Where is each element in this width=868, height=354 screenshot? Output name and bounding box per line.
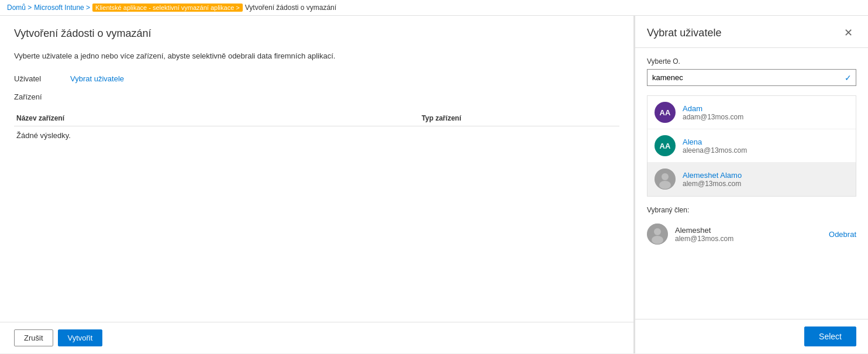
avatar xyxy=(655,169,676,190)
table-header: Název zařízení Typ zařízení xyxy=(14,111,619,126)
user-name: Alemeshet Alamo xyxy=(683,171,742,180)
right-panel: Vybrat uživatele ✕ Vyberte O. ✓ AA Adam … xyxy=(634,16,868,353)
svg-point-4 xyxy=(654,228,661,235)
user-label: Uživatel xyxy=(14,74,61,83)
breadcrumb-intune[interactable]: Microsoft Intune > xyxy=(34,4,90,12)
col-device-type: Typ zařízení xyxy=(422,114,619,122)
page-title: Vytvoření žádosti o vymazání xyxy=(14,28,619,40)
selected-label: Vybraný člen: xyxy=(647,206,856,214)
panel-content: Vyberte O. ✓ AA Adam adam@13mos.com xyxy=(635,48,868,319)
breadcrumb-apps-tag[interactable]: Klientské aplikace - selektivní vymazání… xyxy=(92,4,243,12)
col-device-name: Název zařízení xyxy=(14,114,412,122)
user-info: Adam adam@13mos.com xyxy=(683,104,743,121)
remove-link[interactable]: Odebrat xyxy=(829,230,856,239)
panel-title: Vybrat uživatele xyxy=(647,27,721,39)
search-label: Vyberte O. xyxy=(647,57,856,66)
create-button[interactable]: Vytvořit xyxy=(58,329,103,346)
selected-section: Vybraný člen: Alemeshet alem@13mos.com O… xyxy=(647,206,856,249)
device-label: Zařízení xyxy=(14,92,61,101)
avatar-initials: AA xyxy=(660,142,671,150)
selected-avatar xyxy=(647,224,668,245)
no-results: Žádné výsledky. xyxy=(14,126,619,145)
device-table: Název zařízení Typ zařízení Žádné výsled… xyxy=(14,111,619,145)
selected-user-email: alem@13mos.com xyxy=(675,235,822,243)
selected-user-info: Alemeshet alem@13mos.com xyxy=(675,226,822,243)
svg-point-1 xyxy=(662,173,669,180)
list-item[interactable]: AA Adam adam@13mos.com xyxy=(647,96,856,129)
select-button[interactable]: Select xyxy=(804,326,856,346)
breadcrumb-current: Vytvoření žádosti o vymazání xyxy=(245,4,336,12)
user-email: adam@13mos.com xyxy=(683,113,743,121)
select-user-link[interactable]: Vybrat uživatele xyxy=(70,74,124,83)
page-description: Vyberte uživatele a jedno nebo více zaří… xyxy=(14,51,619,60)
svg-point-2 xyxy=(659,181,671,189)
cancel-button[interactable]: Zrušit xyxy=(14,329,53,346)
avatar: AA xyxy=(655,135,676,156)
user-email: aleena@13mos.com xyxy=(683,146,747,154)
user-row: Uživatel Vybrat uživatele xyxy=(14,74,619,83)
search-input[interactable] xyxy=(647,69,856,86)
close-button[interactable]: ✕ xyxy=(841,25,856,40)
user-email: alem@13mos.com xyxy=(683,180,742,188)
user-list: AA Adam adam@13mos.com AA Alena aleena@1… xyxy=(647,95,856,197)
list-item[interactable]: Alemeshet Alamo alem@13mos.com xyxy=(647,163,856,196)
search-input-wrapper: ✓ xyxy=(647,69,856,86)
left-panel: Vytvoření žádosti o vymazání Vyberte uži… xyxy=(0,16,634,353)
breadcrumb: Domů > Microsoft Intune > Klientské apli… xyxy=(0,0,868,16)
panel-header: Vybrat uživatele ✕ xyxy=(635,16,868,48)
user-info: Alena aleena@13mos.com xyxy=(683,138,747,154)
device-row: Zařízení xyxy=(14,92,619,101)
bottom-bar: Zrušit Vytvořit xyxy=(0,322,633,353)
panel-footer: Select xyxy=(635,319,868,353)
user-info: Alemeshet Alamo alem@13mos.com xyxy=(683,171,742,188)
avatar: AA xyxy=(655,102,676,123)
list-item[interactable]: AA Alena aleena@13mos.com xyxy=(647,129,856,163)
selected-user-name: Alemeshet xyxy=(675,226,822,235)
svg-point-5 xyxy=(652,236,663,244)
selected-user-row: Alemeshet alem@13mos.com Odebrat xyxy=(647,219,856,249)
avatar-initials: AA xyxy=(660,108,671,117)
breadcrumb-home[interactable]: Domů > xyxy=(7,4,32,12)
user-name: Adam xyxy=(683,104,743,113)
search-check-icon: ✓ xyxy=(845,73,852,83)
user-name: Alena xyxy=(683,138,747,146)
